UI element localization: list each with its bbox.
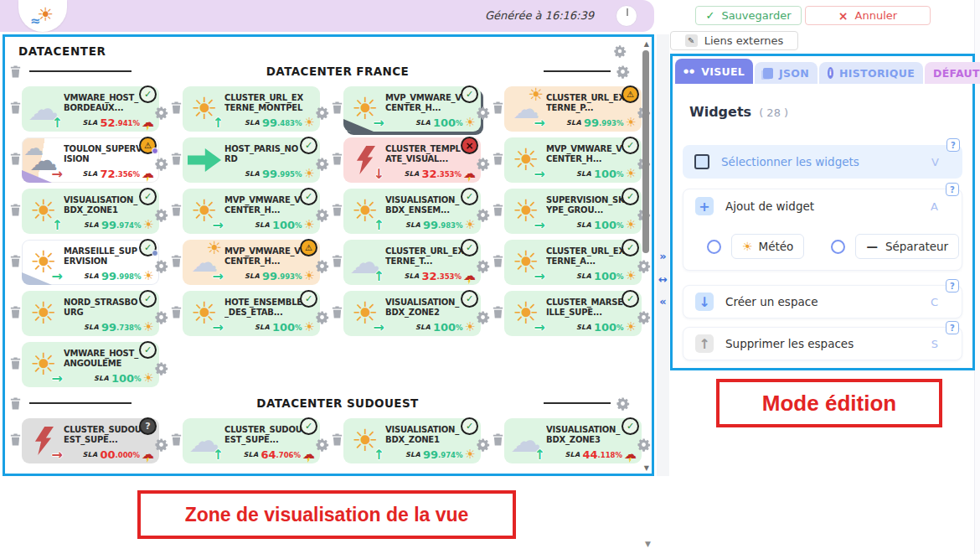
help-icon[interactable]: ? <box>946 321 959 334</box>
trash-icon[interactable] <box>169 254 183 268</box>
status-dot <box>152 148 158 154</box>
trash-icon[interactable] <box>491 254 505 268</box>
cancel-button[interactable]: × Annuler <box>805 6 931 25</box>
sla-value: SLA 100 % ☀ <box>576 321 637 334</box>
tab-defaut[interactable]: DÉFAUT <box>925 62 980 84</box>
trend-arrow-icon: ↑ <box>374 447 384 463</box>
trend-arrow-icon: → <box>534 115 545 131</box>
trash-icon[interactable] <box>169 305 183 319</box>
help-icon[interactable]: ? <box>946 138 960 152</box>
weather-icon: ☀ → <box>184 293 224 334</box>
expand-right-icon[interactable]: » <box>657 251 669 261</box>
widget-slot: ☁ ↑ CLUSTER_URL_EXTERNE_T... SLA 32 .353… <box>327 240 487 285</box>
weather-icon: → <box>23 421 64 461</box>
sla-label: SLA <box>82 170 97 178</box>
save-button[interactable]: ✓ Sauvegarder <box>695 6 802 25</box>
create-space-row[interactable]: ↓ Créer un espace C ? <box>683 285 962 318</box>
weather-widget[interactable]: ☀ ↑ CLUSTER_URL_EXTERNE_MONTPELIER SLA 9… <box>183 86 320 132</box>
separator-line <box>544 70 611 72</box>
sla-weather-icon: ☀ <box>626 168 637 180</box>
meteo-option[interactable]: ☀ Météo <box>731 234 804 259</box>
widget-slot: ☀ ↑ CLUSTER_URL_EXTERNE_MONTPELIER SLA 9… <box>166 86 327 132</box>
gear-icon[interactable] <box>637 310 651 324</box>
collapse-left-icon[interactable]: « <box>657 296 669 307</box>
trend-arrow-icon: ↑ <box>374 217 384 233</box>
separateur-radio[interactable] <box>831 240 845 254</box>
sla-value: SLA 100 % ☀ <box>576 168 637 180</box>
scroll-up-arrow[interactable]: ▲ <box>644 40 649 48</box>
trash-icon[interactable] <box>169 203 183 217</box>
trash-icon[interactable] <box>330 203 344 217</box>
trash-icon[interactable] <box>8 356 23 370</box>
tab-visuel[interactable]: ●● VISUEL <box>675 59 753 84</box>
meteo-radio[interactable] <box>707 240 721 254</box>
trash-icon[interactable] <box>330 152 344 166</box>
trash-icon[interactable] <box>491 432 505 447</box>
sla-label: SLA <box>82 451 97 458</box>
trash-icon[interactable] <box>8 203 23 217</box>
sla-weather-icon: ☀ <box>143 270 154 282</box>
trash-icon[interactable] <box>330 432 344 447</box>
trash-icon[interactable] <box>8 101 23 115</box>
sla-label: SLA <box>245 119 260 127</box>
trash-icon[interactable] <box>8 432 23 447</box>
trash-icon[interactable] <box>169 152 183 166</box>
dash-icon: — <box>866 240 878 253</box>
page-scroll-down-arrow[interactable]: ▼ <box>645 540 651 548</box>
create-space-label: Créer un espace <box>725 295 818 308</box>
tab-historique[interactable]: i HISTORIQUE <box>819 62 923 84</box>
resize-handle-icon[interactable]: ↔ <box>657 274 669 285</box>
delete-spaces-row[interactable]: ↑ Supprimer les espaces S ? <box>683 327 962 360</box>
add-widget-row[interactable]: + Ajout de widget A ? <box>683 189 962 223</box>
gear-icon[interactable] <box>616 65 630 79</box>
add-widget-card: + Ajout de widget A ? ☀ Météo — Séparate… <box>683 189 962 271</box>
trash-icon[interactable] <box>491 305 505 319</box>
editor-tabs: ●● VISUEL JSON i HISTORIQUE DÉFAUT <box>673 56 972 84</box>
sla-weather-icon: ☀ <box>465 219 476 231</box>
gear-icon[interactable] <box>637 438 651 452</box>
gear-icon[interactable] <box>154 361 168 375</box>
json-icon <box>763 68 773 79</box>
tab-json[interactable]: JSON <box>755 62 818 84</box>
widgets-header: Widgets ( 28 ) <box>673 84 972 123</box>
select-widgets-row[interactable]: Sélectionner les widgets V ? <box>683 145 962 179</box>
trash-icon[interactable] <box>8 65 23 79</box>
trash-icon[interactable] <box>8 305 23 319</box>
gear-icon[interactable] <box>637 259 651 273</box>
scrollbar-thumb[interactable] <box>642 50 649 253</box>
sla-label: SLA <box>84 324 99 331</box>
trash-icon[interactable] <box>8 152 23 166</box>
help-icon[interactable]: ? <box>946 279 959 293</box>
sla-label: SLA <box>94 375 109 382</box>
trash-icon[interactable] <box>491 152 505 166</box>
trash-icon[interactable] <box>491 101 505 115</box>
gear-icon[interactable] <box>613 44 627 58</box>
widgets-grid: DATACENTER FRANCE ☁ ↑ VMWARE_HOST_BORDEA… <box>5 61 652 463</box>
scroll-down-arrow[interactable]: ▼ <box>644 464 649 472</box>
trend-arrow-icon: → <box>52 370 63 386</box>
sla-label: SLA <box>82 119 97 127</box>
status-dot <box>152 250 158 256</box>
trash-icon[interactable] <box>330 254 344 268</box>
gear-icon[interactable] <box>616 396 630 411</box>
weather-icon: ☁ → <box>23 140 64 180</box>
trash-icon[interactable] <box>169 101 183 115</box>
status-badge: ✓ <box>461 290 478 308</box>
sla-weather-icon: ☁ <box>142 168 154 180</box>
trash-icon[interactable] <box>330 101 344 115</box>
external-links-button[interactable]: ✎ Liens externes <box>670 31 798 50</box>
trash-icon[interactable] <box>8 254 23 268</box>
sla-value: SLA 32 .353% ☁ <box>404 270 476 282</box>
delete-spaces-label: Supprimer les espaces <box>725 337 854 350</box>
trash-icon[interactable] <box>169 432 183 447</box>
info-icon: i <box>828 67 833 79</box>
sla-value: SLA 00 .000% ☁ <box>82 448 154 461</box>
separateur-option[interactable]: — Séparateur <box>855 234 959 259</box>
sla-label: SLA <box>576 170 591 178</box>
trash-icon[interactable] <box>330 305 344 319</box>
trash-icon[interactable] <box>8 396 23 411</box>
sla-weather-icon: ☀ <box>304 321 315 334</box>
trash-icon[interactable] <box>491 203 505 217</box>
help-icon[interactable]: ? <box>946 183 959 196</box>
add-widget-label: Ajout de widget <box>725 199 814 213</box>
